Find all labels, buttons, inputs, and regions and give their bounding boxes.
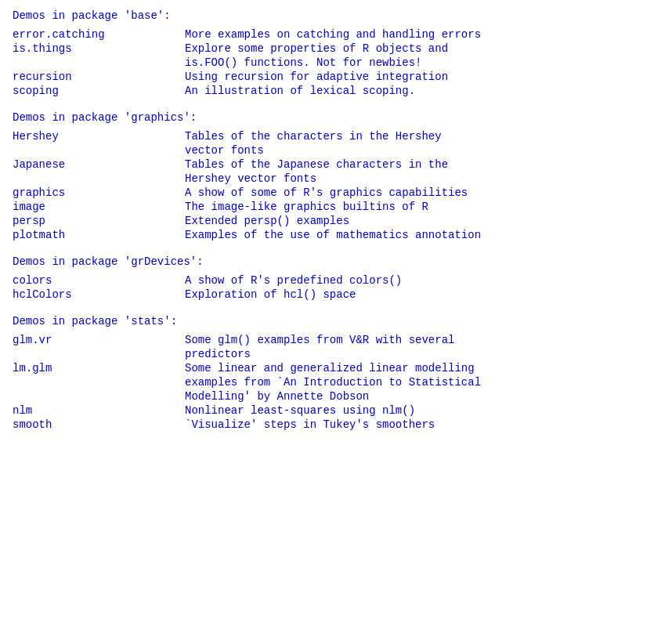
demo-name: plotmath <box>13 229 185 241</box>
demo-description: Some glm() examples from V&R with severa… <box>185 334 641 346</box>
section-base: Demos in package 'base':error.catchingMo… <box>13 9 641 97</box>
list-item: colorsA show of R's predefined colors() <box>13 274 641 287</box>
demo-name: colors <box>13 274 185 287</box>
list-item: error.catchingMore examples on catching … <box>13 28 641 41</box>
demo-list-stats: glm.vrSome glm() examples from V&R with … <box>13 334 641 431</box>
demo-description: A show of R's predefined colors() <box>185 274 641 287</box>
demo-description-line: vector fonts <box>185 144 641 157</box>
demo-description: Tables of the characters in the Hershey <box>185 130 641 143</box>
list-item: graphicsA show of some of R's graphics c… <box>13 186 641 199</box>
app-container: Demos in package 'base':error.catchingMo… <box>13 9 641 431</box>
section-stats: Demos in package 'stats':glm.vrSome glm(… <box>13 315 641 431</box>
demo-name: smooth <box>13 418 185 431</box>
demo-description: Examples of the use of mathematics annot… <box>185 229 641 241</box>
demo-name: glm.vr <box>13 334 185 346</box>
demo-description-continuation: predictors <box>13 348 641 360</box>
demo-description-continuation: examples from `An Introduction to Statis… <box>13 376 641 389</box>
demo-name: Hershey <box>13 130 185 143</box>
demo-name: image <box>13 201 185 213</box>
demo-description: Nonlinear least-squares using nlm() <box>185 404 641 417</box>
section-header-grDevices: Demos in package 'grDevices': <box>13 255 641 268</box>
list-item: smooth`Visualize' steps in Tukey's smoot… <box>13 418 641 431</box>
section-header-stats: Demos in package 'stats': <box>13 315 641 327</box>
list-item: recursionUsing recursion for adaptive in… <box>13 71 641 83</box>
section-graphics: Demos in package 'graphics':HersheyTable… <box>13 111 641 241</box>
section-grDevices: Demos in package 'grDevices':colorsA sho… <box>13 255 641 301</box>
demo-description-line: predictors <box>185 348 641 360</box>
demo-description: `Visualize' steps in Tukey's smoothers <box>185 418 641 431</box>
demo-name: hclColors <box>13 288 185 301</box>
demo-description: The image-like graphics builtins of R <box>185 201 641 213</box>
demo-description-continuation: vector fonts <box>13 144 641 157</box>
list-item: HersheyTables of the characters in the H… <box>13 130 641 143</box>
demo-description-continuation: Hershey vector fonts <box>13 172 641 185</box>
demo-description: Explore some properties of R objects and <box>185 42 641 55</box>
list-item: lm.glmSome linear and generalized linear… <box>13 362 641 374</box>
demo-list-grDevices: colorsA show of R's predefined colors()h… <box>13 274 641 301</box>
demo-description: Exploration of hcl() space <box>185 288 641 301</box>
list-item: hclColorsExploration of hcl() space <box>13 288 641 301</box>
demo-description-continuation: is.FOO() functions. Not for newbies! <box>13 56 641 69</box>
demo-name: Japanese <box>13 158 185 171</box>
demo-name: error.catching <box>13 28 185 41</box>
demo-description: Tables of the Japanese characters in the <box>185 158 641 171</box>
demo-name: recursion <box>13 71 185 83</box>
demo-description: Some linear and generalized linear model… <box>185 362 641 374</box>
demo-name: lm.glm <box>13 362 185 374</box>
list-item: scopingAn illustration of lexical scopin… <box>13 85 641 97</box>
list-item: glm.vrSome glm() examples from V&R with … <box>13 334 641 346</box>
list-item: plotmathExamples of the use of mathemati… <box>13 229 641 241</box>
demo-list-base: error.catchingMore examples on catching … <box>13 28 641 97</box>
demo-description: Extended persp() examples <box>185 215 641 227</box>
demo-description-line: Hershey vector fonts <box>185 172 641 185</box>
list-item: perspExtended persp() examples <box>13 215 641 227</box>
section-header-base: Demos in package 'base': <box>13 9 641 22</box>
section-header-graphics: Demos in package 'graphics': <box>13 111 641 124</box>
demo-description-line: examples from `An Introduction to Statis… <box>185 376 641 389</box>
list-item: JapaneseTables of the Japanese character… <box>13 158 641 171</box>
demo-description: An illustration of lexical scoping. <box>185 85 641 97</box>
demo-name: graphics <box>13 186 185 199</box>
demo-description: A show of some of R's graphics capabilit… <box>185 186 641 199</box>
demo-list-graphics: HersheyTables of the characters in the H… <box>13 130 641 241</box>
demo-name: is.things <box>13 42 185 55</box>
demo-name: scoping <box>13 85 185 97</box>
demo-description-line: Modelling' by Annette Dobson <box>185 390 641 403</box>
list-item: nlmNonlinear least-squares using nlm() <box>13 404 641 417</box>
demo-description-continuation: Modelling' by Annette Dobson <box>13 390 641 403</box>
list-item: is.thingsExplore some properties of R ob… <box>13 42 641 55</box>
demo-description: More examples on catching and handling e… <box>185 28 641 41</box>
demo-description: Using recursion for adaptive integration <box>185 71 641 83</box>
demo-description-line: is.FOO() functions. Not for newbies! <box>185 56 641 69</box>
demo-name: nlm <box>13 404 185 417</box>
list-item: imageThe image-like graphics builtins of… <box>13 201 641 213</box>
demo-name: persp <box>13 215 185 227</box>
